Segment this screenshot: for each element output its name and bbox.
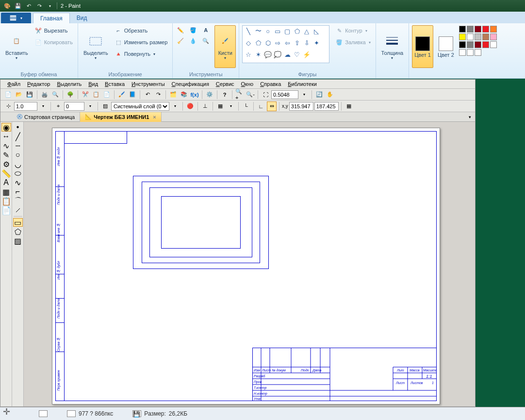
shape-arrow-d-icon[interactable]: ⇩ (302, 38, 312, 47)
print-icon[interactable]: 🖨️ (40, 90, 49, 100)
color-swatch[interactable] (467, 34, 474, 40)
menu-спецификация[interactable]: Спецификация (169, 81, 212, 87)
pencil-tool[interactable]: ✏️ (176, 25, 185, 35)
shape-lightning-icon[interactable]: ⚡ (302, 50, 312, 59)
color-swatch[interactable] (482, 34, 489, 40)
open-icon[interactable]: 📂 (14, 90, 24, 100)
redo-icon[interactable]: ↷ (34, 2, 44, 10)
color2-button[interactable]: Цвет 2 (435, 25, 457, 68)
zoom-drop-icon[interactable]: ▾ (299, 90, 309, 100)
zoom-out-icon[interactable]: 🔍- (246, 90, 255, 100)
drawing-canvas[interactable]: Перв примен Справ № Подп и дата Инв № ду… (24, 122, 475, 406)
shape-polygon-icon[interactable]: ⬠ (292, 27, 302, 35)
line-tool-icon[interactable]: ╱ (13, 132, 23, 141)
copy-button[interactable]: 📄 Копировать (33, 37, 75, 48)
qat-dropdown-icon[interactable]: ▾ (45, 2, 55, 10)
color-swatch[interactable] (459, 41, 466, 48)
shape-callout-oval-icon[interactable]: 💭 (273, 50, 282, 59)
shape-outline-button[interactable]: ✎ Контур▾ (333, 25, 372, 36)
brush-icon[interactable]: 🖌️ (117, 90, 127, 100)
props-icon[interactable]: 📘 (128, 90, 137, 100)
ucs-icon[interactable]: └ (241, 101, 251, 111)
help-icon[interactable]: ? (220, 90, 230, 100)
shape-triangle-icon[interactable]: △ (302, 27, 312, 35)
polyline-tool-icon[interactable]: ⌐ (13, 187, 23, 196)
shape-gallery[interactable]: ╲ 〜 ○ ▭ ▢ ⬠ △ ◺ ◇ ⬠ ⬡ ⇨ ⇦ ⇧ ⇩ ✦ ☆ ✶ 💬 💭 (242, 25, 329, 63)
shape-diamond-icon[interactable]: ◇ (244, 38, 253, 47)
shape-arrow-l-icon[interactable]: ⇦ (282, 38, 292, 47)
ortho-icon[interactable]: ⊥ (200, 101, 210, 111)
measure-mode-icon[interactable]: 📏 (1, 169, 11, 178)
menu-окно[interactable]: Окно (238, 81, 257, 87)
brushes-button[interactable]: 🖌️ Кисти ▾ (214, 25, 236, 68)
menu-инструменты[interactable]: Инструменты (129, 81, 168, 87)
shape-callout-rnd-icon[interactable]: 💬 (263, 50, 273, 59)
origin-icon[interactable]: ⌖ (53, 101, 63, 111)
scale-input[interactable] (14, 102, 37, 111)
select-button[interactable]: Выделить ▾ (81, 25, 111, 68)
menu-справка[interactable]: Справка (257, 81, 284, 87)
shape-line-icon[interactable]: ╲ (244, 27, 253, 35)
color-swatch[interactable] (475, 41, 481, 48)
color-swatch[interactable] (490, 34, 497, 40)
grid-icon[interactable]: ▦ (215, 101, 225, 111)
thickness-button[interactable]: Толщина ▾ (379, 25, 406, 68)
aux-line-tool-icon[interactable]: ┄ (13, 141, 23, 150)
menu-библиотеки[interactable]: Библиотеки (285, 81, 320, 87)
shape-star6-icon[interactable]: ✶ (253, 50, 263, 59)
shape-callout-cloud-icon[interactable]: ☁ (282, 50, 292, 59)
menu-редактор[interactable]: Редактор (24, 81, 53, 87)
arc-tool-icon[interactable]: ◡ (13, 160, 23, 168)
shape-hexagon-icon[interactable]: ⬡ (263, 38, 273, 47)
paste-button[interactable]: 📋 Вставить ▾ (3, 25, 31, 68)
zoom-input[interactable] (271, 90, 298, 99)
file-menu-button[interactable]: ▾ (1, 13, 31, 23)
cut-icon[interactable]: ✂️ (81, 90, 90, 100)
picker-tool[interactable]: 💧 (188, 36, 198, 46)
offset-input[interactable] (64, 102, 84, 111)
tab-home[interactable]: Главная (33, 13, 70, 23)
shape-rtriangle-icon[interactable]: ◺ (312, 27, 321, 35)
shape-star5-icon[interactable]: ☆ (244, 50, 253, 59)
shape-curve-icon[interactable]: 〜 (253, 27, 263, 35)
spec-mode-icon[interactable]: 📋 (1, 197, 11, 205)
coord-x-input[interactable] (289, 102, 313, 111)
ellipse-tool-icon[interactable]: ⬭ (13, 169, 23, 178)
coord-y-input[interactable] (314, 102, 339, 111)
polygon-tool-icon[interactable]: ⬠ (13, 227, 23, 236)
lib-icon[interactable]: ⚙️ (205, 90, 214, 100)
snap-icon[interactable]: ⊹ (3, 101, 13, 111)
menu-файл[interactable]: Файл (4, 81, 23, 87)
shape-oval-icon[interactable]: ○ (263, 27, 273, 35)
layer-mgr-icon[interactable]: 🗂️ (168, 90, 178, 100)
color-swatch[interactable] (482, 41, 489, 48)
eraser-tool[interactable]: 🧹 (176, 36, 185, 46)
tabs-dropdown-icon[interactable]: ▾ (465, 115, 475, 119)
geometry-mode-icon[interactable]: ◉ (1, 123, 11, 132)
tab-start-page[interactable]: Ⓚ Стартовая страница (12, 112, 80, 122)
symbols-mode-icon[interactable]: ∿ (1, 141, 11, 150)
menu-вставка[interactable]: Вставка (102, 81, 128, 87)
menu-выделить[interactable]: Выделить (54, 81, 84, 87)
layers-icon[interactable]: 📚 (179, 90, 189, 100)
layer-combo[interactable]: Системный слой (0) (111, 102, 169, 111)
report-mode-icon[interactable]: 📄 (1, 206, 11, 215)
new-icon[interactable]: 📄 (3, 90, 13, 100)
dim-mode-icon[interactable]: ⇔ (267, 101, 277, 111)
tab-drawing[interactable]: 📐 Чертеж БЕЗ ИМЕНИ1 × (80, 112, 162, 122)
color1-button[interactable]: Цвет 1 (412, 25, 433, 68)
color-btn-icon[interactable]: 🔴 (185, 101, 195, 111)
color-swatch[interactable] (467, 26, 474, 33)
table-mode-icon[interactable]: ▦ (1, 187, 11, 196)
refresh-icon[interactable]: 🔄 (314, 90, 324, 100)
angle-icon[interactable]: ∟ (256, 101, 266, 111)
preview-icon[interactable]: 🔍 (50, 90, 60, 100)
grid-drop-icon[interactable]: ▾ (226, 101, 236, 111)
shape-rect-icon[interactable]: ▭ (273, 27, 282, 35)
scale-drop-icon[interactable]: ▾ (38, 101, 48, 111)
fillet-tool-icon[interactable]: ⌒ (13, 197, 23, 205)
color-swatch[interactable] (475, 34, 481, 40)
edit-mode-icon[interactable]: ✎ (1, 151, 11, 159)
bucket-tool[interactable]: 🪣 (188, 25, 198, 35)
shape-heart-icon[interactable]: ♡ (292, 50, 302, 59)
